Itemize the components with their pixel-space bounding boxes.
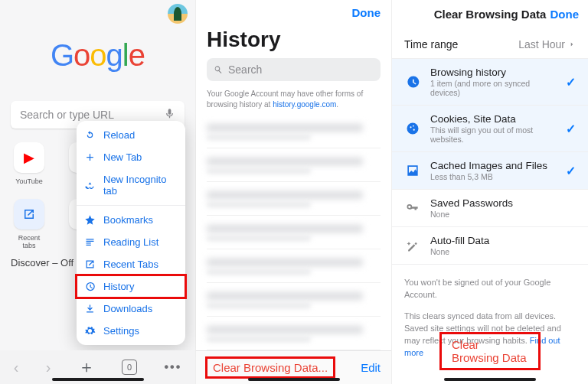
phone-chrome-home: Google Search or type URL ▶ YouTube f Fa… [0,0,196,384]
download-icon [84,303,96,314]
option-title: Browsing history [430,67,557,78]
shortcut-youtube[interactable]: ▶ YouTube [11,142,47,185]
svg-point-2 [413,129,415,131]
option-cache[interactable]: Cached Images and Files Less than 5,3 MB… [392,152,588,190]
history-icon [84,281,96,292]
svg-point-3 [413,125,414,127]
history-list-blurred [196,115,391,350]
check-icon: ✓ [566,75,576,89]
star-icon [84,214,96,226]
wand-icon [404,237,421,254]
history-search[interactable]: Search [207,58,381,81]
option-cookies[interactable]: Cookies, Site Data This will sign you ou… [392,106,588,152]
phone-clear-data: Clear Browsing Data Done Time range Last… [392,0,588,384]
history-entry[interactable] [207,249,381,283]
image-icon [404,162,421,179]
option-title: Cookies, Site Data [430,113,557,125]
signout-note: You won't be signed out of your Google A… [392,265,588,308]
history-google-link[interactable]: history.google.com [273,100,336,109]
youtube-icon: ▶ [24,149,34,166]
option-subtitle: This will sign you out of most websites. [430,125,557,144]
edit-button[interactable]: Edit [361,361,381,374]
chevron-right-icon [568,41,576,48]
menu-separator [77,205,185,206]
clear-browsing-data-link[interactable]: Clear Browsing Data... [207,358,334,377]
history-entry[interactable] [207,283,381,317]
menu-incognito[interactable]: New Incognito tab [77,168,185,202]
mic-icon[interactable] [164,108,175,122]
option-autofill[interactable]: Auto-fill Data None [392,227,588,265]
forward-button[interactable]: › [46,359,51,376]
menu-bookmarks[interactable]: Bookmarks [77,209,185,231]
shortcut-recent-tabs[interactable]: Recent tabs [11,199,47,249]
time-range-value: Last Hour [518,38,576,50]
option-title: Cached Images and Files [430,160,557,171]
option-browsing-history[interactable]: Browsing history 1 item (and more on syn… [392,59,588,106]
done-button[interactable]: Done [550,8,580,21]
menu-label: Reading List [103,236,158,248]
option-subtitle: None [430,247,576,256]
menu-label: New Incognito tab [103,174,176,197]
menu-label: New Tab [103,151,142,163]
plus-icon [84,151,96,163]
history-note: Your Google Account may have other forms… [196,81,391,115]
menu-label: Recent Tabs [103,259,158,270]
menu-label: Downloads [103,303,152,314]
discover-toggle[interactable]: Discover – Off [11,257,74,268]
menu-settings[interactable]: Settings [77,320,185,342]
recent-tabs-icon [14,199,44,229]
option-subtitle: 1 item (and more on synced devices) [430,79,557,97]
menu-reload[interactable]: Reload [77,124,185,146]
menu-history[interactable]: History [77,275,185,298]
option-passwords[interactable]: Saved Passwords None [392,190,588,227]
new-tab-button[interactable]: ＋ [78,356,95,379]
history-icon [404,73,421,90]
clear-browsing-data-button[interactable]: Clear Browsing Data [441,334,539,369]
history-entry[interactable] [207,115,381,148]
gear-icon [84,325,96,337]
menu-new-tab[interactable]: New Tab [77,146,185,168]
menu-label: History [103,281,134,292]
google-logo: Google [0,38,195,73]
menu-reading-list[interactable]: Reading List [77,231,185,253]
menu-recent-tabs[interactable]: Recent Tabs [77,253,185,275]
page-title: History [196,24,391,58]
history-entry[interactable] [207,148,381,182]
tab-switcher[interactable]: 0 [122,360,137,375]
svg-point-0 [407,123,419,135]
shortcut-label: YouTube [15,177,42,185]
history-entry[interactable] [207,317,381,350]
home-indicator [444,378,536,381]
menu-label: Settings [103,325,139,337]
option-subtitle: Less than 5,3 MB [430,172,557,181]
reload-icon [84,129,96,141]
search-placeholder: Search [228,63,262,76]
more-button[interactable]: ••• [164,360,181,374]
done-button[interactable]: Done [352,6,381,19]
menu-label: Reload [103,129,135,141]
time-range-label: Time range [404,38,458,50]
page-title: Clear Browsing Data [434,8,547,21]
history-entry[interactable] [207,182,381,216]
key-icon [404,200,421,216]
history-entry[interactable] [207,216,381,249]
shortcut-label: Recent tabs [18,234,41,249]
cookie-icon [404,120,421,137]
clear-options-list: Browsing history 1 item (and more on syn… [392,58,588,265]
phone-history: Done History Search Your Google Account … [196,0,392,384]
incognito-icon [84,180,96,191]
back-button[interactable]: ‹ [14,359,19,376]
menu-label: Bookmarks [103,214,153,226]
time-range-row[interactable]: Time range Last Hour [392,28,588,58]
option-title: Auto-fill Data [430,235,576,246]
omnibox-placeholder: Search or type URL [20,109,114,121]
clear-data-header: Clear Browsing Data Done [392,0,588,28]
search-icon [213,64,224,75]
menu-downloads[interactable]: Downloads [77,298,185,320]
check-icon: ✓ [566,164,576,178]
reading-list-icon [84,236,96,248]
account-avatar[interactable] [168,4,188,24]
check-icon: ✓ [566,122,576,136]
home-indicator [52,378,144,381]
svg-point-1 [410,126,411,128]
